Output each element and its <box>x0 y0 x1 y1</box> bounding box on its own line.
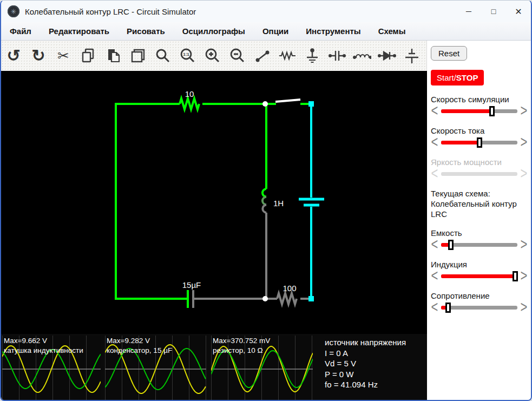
menu-circuits[interactable]: Схемы <box>378 27 406 36</box>
slider-label: Скорость тока <box>431 126 528 135</box>
copy-icon[interactable] <box>79 47 97 65</box>
slider-track[interactable] <box>441 306 517 310</box>
slider-increase-arrow[interactable]: > <box>520 238 528 252</box>
switch-lever[interactable] <box>275 100 300 102</box>
cut-icon[interactable]: ✂ <box>54 47 73 65</box>
slider-increase-arrow[interactable]: > <box>520 135 528 150</box>
zoom-out-icon[interactable] <box>228 47 247 65</box>
scope-label-block: Max=9.662 V катушка индуктивности <box>4 336 83 356</box>
wire-gray[interactable] <box>193 213 308 308</box>
voltage-source-branch[interactable] <box>299 107 324 296</box>
zoom-100-icon[interactable]: 1:1 <box>179 47 197 65</box>
scope-capacitor[interactable]: Max=9.282 V конденсатор, 15 µF <box>105 336 206 400</box>
info-line: источник напряжения <box>325 337 406 348</box>
zoom-in-icon[interactable] <box>203 47 222 65</box>
resistance-slider[interactable]: < > <box>431 301 528 313</box>
slider-decrease-arrow[interactable]: < <box>431 300 438 315</box>
menu-options[interactable]: Опции <box>262 27 288 36</box>
current-speed-slider[interactable]: < > <box>431 136 528 148</box>
info-line: P = 0 W <box>325 369 406 380</box>
window-title: Колебательный контур LRC - Circuit Simul… <box>25 7 196 16</box>
current-circuit-name-line1: Колебательный контур <box>431 199 528 209</box>
slider-track[interactable] <box>441 109 517 113</box>
slider-label: Индукция <box>431 260 528 269</box>
slider-thumb[interactable] <box>513 271 518 281</box>
slider-increase-arrow[interactable]: > <box>520 104 528 119</box>
slider-increase-arrow: > <box>520 167 528 181</box>
slider-track[interactable] <box>441 141 517 144</box>
resistor-10-label: 10 <box>185 89 194 98</box>
inductance-slider[interactable]: < > <box>431 270 528 282</box>
resistor-10[interactable] <box>180 98 199 109</box>
slider-decrease-arrow: < <box>431 167 438 181</box>
capacitance-slider[interactable]: < > <box>431 239 528 251</box>
scope-inductor[interactable]: Max=9.662 V катушка индуктивности <box>2 336 101 400</box>
slider-track[interactable] <box>441 274 517 278</box>
close-button[interactable]: ✕ <box>506 1 531 22</box>
start-stop-button[interactable]: Start/STOP <box>431 70 484 86</box>
inductor-icon[interactable] <box>353 47 371 65</box>
inductor-1h[interactable] <box>262 189 266 213</box>
simulation-speed-slider[interactable]: < > <box>431 105 528 117</box>
oscilloscope-strip: Max=9.662 V катушка индуктивности Max=9.… <box>1 334 427 400</box>
node-post-bottom[interactable] <box>308 296 314 301</box>
start-label-part: Start/ <box>437 73 456 82</box>
menu-scopes[interactable]: Осциллографы <box>182 27 245 36</box>
slider-label: Емкость <box>431 228 528 238</box>
menu-file[interactable]: Файл <box>10 27 31 36</box>
ground-icon[interactable] <box>303 47 321 65</box>
undo-icon[interactable]: ↺ <box>4 47 23 65</box>
slider-thumb[interactable] <box>489 106 495 116</box>
info-line: I = 0 A <box>325 348 406 359</box>
node-post-top[interactable] <box>308 101 314 107</box>
scope-label-block: Max=370.752 mV резистор, 10 Ω <box>213 336 270 356</box>
info-line: fo = 41.094 Hz <box>325 379 406 390</box>
slider-decrease-arrow[interactable]: < <box>431 269 438 284</box>
wire-icon[interactable] <box>253 47 272 65</box>
slider-thumb[interactable] <box>448 240 454 250</box>
junction-dot-top[interactable] <box>262 101 268 107</box>
diode-icon[interactable] <box>378 47 396 65</box>
resistor-icon[interactable] <box>278 47 297 65</box>
slider-decrease-arrow[interactable]: < <box>431 135 438 150</box>
scope-resistor[interactable]: Max=370.752 mV резистор, 10 Ω <box>211 336 313 400</box>
maximize-button[interactable]: □ <box>481 1 506 22</box>
slider-increase-arrow[interactable]: > <box>520 269 528 284</box>
voltage-source-icon[interactable] <box>403 47 421 65</box>
menu-edit[interactable]: Редактировать <box>49 27 109 36</box>
circuit-canvas[interactable]: 10 1H 15µF 100 <box>1 71 427 334</box>
junction-dot-bottom[interactable] <box>262 296 268 301</box>
current-circuit-name-line2: LRC <box>431 209 528 219</box>
source-info-panel: источник напряжения I = 0 A Vd = 5 V P =… <box>325 337 406 390</box>
app-icon-glyph: ✳ <box>11 8 17 16</box>
slider-label: Скорость симуляции <box>431 95 528 104</box>
inductor-label: 1H <box>273 199 284 208</box>
scope-max-value: Max=9.662 V <box>4 336 83 346</box>
paste-icon[interactable] <box>104 47 122 65</box>
capacitance-group: Емкость < > <box>431 228 528 251</box>
title-bar: ✳ Колебательный контур LRC - Circuit Sim… <box>1 1 531 22</box>
info-line: Vd = 5 V <box>325 358 406 369</box>
slider-thumb[interactable] <box>445 303 451 313</box>
scope-component-name: катушка индуктивности <box>4 346 83 356</box>
resistor-100[interactable] <box>277 293 297 304</box>
slider-thumb[interactable] <box>477 137 482 148</box>
scope-max-value: Max=9.282 V <box>107 336 172 346</box>
resistance-group: Сопротивление < > <box>431 291 528 313</box>
power-brightness-group: Яркость мощности < > <box>431 157 528 180</box>
minimize-button[interactable]: ─ <box>456 1 481 22</box>
reset-button[interactable]: Reset <box>431 46 467 61</box>
slider-track[interactable] <box>441 243 517 247</box>
capacitor-icon[interactable] <box>328 47 346 65</box>
menu-tools[interactable]: Инструменты <box>306 27 360 36</box>
slider-decrease-arrow[interactable]: < <box>431 238 438 252</box>
search-icon[interactable] <box>154 47 172 65</box>
slider-increase-arrow[interactable]: > <box>520 300 528 315</box>
slider-decrease-arrow[interactable]: < <box>431 104 438 119</box>
control-sidebar: Reset Start/STOP Скорость симуляции < > … <box>427 41 531 400</box>
app-icon: ✳ <box>8 5 19 17</box>
redo-icon[interactable]: ↻ <box>29 47 48 65</box>
scope-label-block: Max=9.282 V конденсатор, 15 µF <box>107 336 172 356</box>
menu-draw[interactable]: Рисовать <box>127 27 165 36</box>
duplicate-icon[interactable] <box>129 47 147 65</box>
